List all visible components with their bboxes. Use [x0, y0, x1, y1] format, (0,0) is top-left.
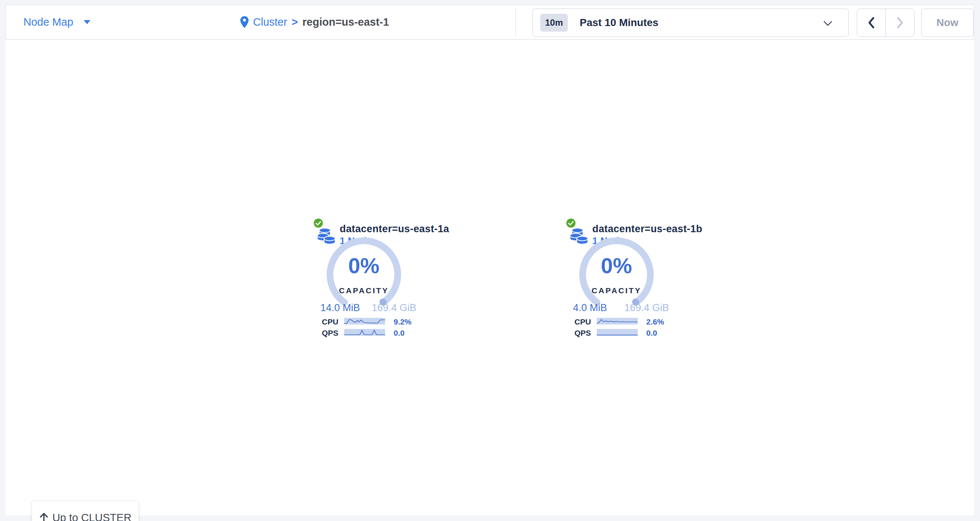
capacity-total-value: 169.4 GiB: [624, 302, 669, 314]
capacity-used-value: 4.0 MiB: [573, 302, 607, 314]
chevron-right-icon: [896, 16, 904, 29]
cpu-value: 2.6%: [646, 317, 664, 327]
qps-label: QPS: [574, 328, 591, 338]
capacity-total-value: 169.4 GiB: [372, 302, 416, 314]
breadcrumb-separator: >: [292, 16, 298, 28]
cpu-sparkline: [597, 318, 638, 325]
chevron-down-icon: [823, 21, 833, 26]
capacity-used-percent: 0%: [310, 253, 418, 278]
node-map-canvas: datacenter=us-east-1a 1 Node 0% CAPACITY…: [6, 40, 974, 515]
time-window-badge: 10m: [540, 14, 568, 32]
capacity-values-row: 4.0 MiB 169.4 GiB: [573, 302, 669, 314]
breadcrumb-cluster-link[interactable]: Cluster: [253, 16, 287, 28]
cpu-value: 9.2%: [394, 317, 412, 327]
arrow-up-icon: [39, 512, 49, 521]
locality-name: datacenter=us-east-1a: [340, 223, 449, 235]
now-button[interactable]: Now: [921, 8, 974, 37]
qps-sparkline: [344, 329, 385, 336]
breadcrumb-current-locality: region=us-east-1: [302, 16, 389, 28]
locality-card-us-east-1b[interactable]: datacenter=us-east-1b 1 Node 0% CAPACITY…: [563, 217, 670, 341]
capacity-values-row: 14.0 MiB 169.4 GiB: [320, 302, 416, 314]
time-pager: [857, 8, 915, 37]
locality-name: datacenter=us-east-1b: [592, 223, 702, 235]
up-to-cluster-label: Up to CLUSTER: [52, 512, 132, 521]
cpu-label: CPU: [574, 317, 591, 327]
qps-value: 0.0: [646, 328, 657, 338]
map-pin-icon: [240, 16, 248, 29]
capacity-label: CAPACITY: [310, 286, 418, 295]
cpu-sparkline: [344, 318, 385, 325]
capacity-used-value: 14.0 MiB: [320, 302, 360, 314]
node-map-page: Node Map Cluster > region=us-east-1 10m …: [0, 0, 980, 521]
up-to-cluster-button[interactable]: Up to CLUSTER: [32, 500, 139, 521]
navbar: Node Map Cluster > region=us-east-1 10m …: [6, 5, 974, 40]
view-selector-dropdown[interactable]: Node Map: [24, 5, 91, 39]
qps-label: QPS: [322, 328, 338, 338]
chevron-down-icon: [84, 20, 91, 24]
time-window-label: Past 10 Minutes: [580, 17, 659, 29]
qps-sparkline: [597, 329, 638, 336]
capacity-used-percent: 0%: [563, 253, 670, 278]
qps-value: 0.0: [394, 328, 404, 338]
time-back-button[interactable]: [857, 9, 886, 37]
time-forward-button[interactable]: [886, 9, 914, 37]
cpu-label: CPU: [322, 317, 338, 327]
locality-card-us-east-1a[interactable]: datacenter=us-east-1a 1 Node 0% CAPACITY…: [310, 217, 418, 341]
view-selector-label: Node Map: [24, 16, 73, 28]
capacity-label: CAPACITY: [563, 286, 670, 295]
chevron-left-icon: [867, 16, 875, 29]
time-window-selector[interactable]: 10m Past 10 Minutes: [532, 8, 849, 37]
breadcrumb: Cluster > region=us-east-1: [240, 5, 389, 39]
